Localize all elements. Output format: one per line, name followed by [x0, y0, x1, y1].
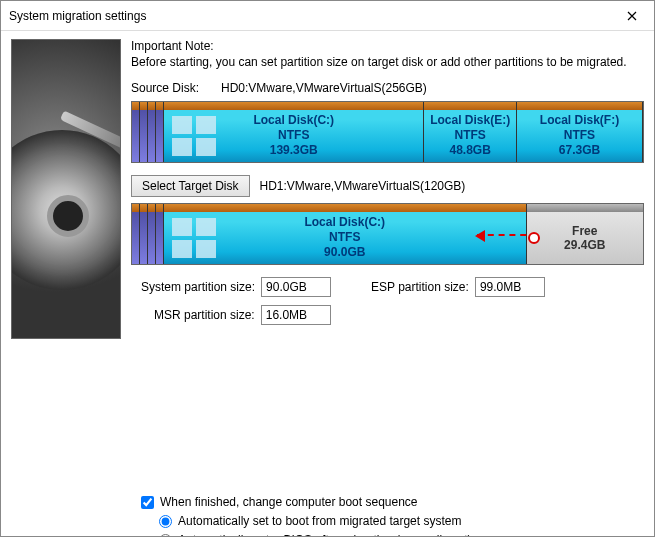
part-name: Local Disk(F:) [540, 113, 619, 127]
source-partition-e[interactable]: Local Disk(E:)NTFS48.8GB [424, 102, 516, 162]
close-button[interactable] [609, 1, 654, 31]
part-name: Local Disk(C:) [253, 113, 334, 127]
part-size: 67.3GB [559, 143, 600, 157]
select-target-disk-button[interactable]: Select Target Disk [131, 175, 250, 197]
source-hidden-partition [140, 102, 148, 162]
part-size: 48.8GB [450, 143, 491, 157]
free-label: Free [572, 224, 597, 238]
target-hidden-partition [140, 204, 148, 264]
part-size: 139.3GB [270, 143, 318, 157]
window-title: System migration settings [9, 9, 146, 23]
note-heading: Important Note: [131, 39, 644, 53]
msr-size-label: MSR partition size: [154, 308, 255, 322]
change-boot-sequence-checkbox[interactable] [141, 496, 154, 509]
part-fs: NTFS [455, 128, 486, 142]
esp-size-input[interactable] [475, 277, 545, 297]
note-body: Before starting, you can set partition s… [131, 55, 644, 71]
part-fs: NTFS [329, 230, 360, 244]
target-hidden-partition [132, 204, 140, 264]
target-free-space[interactable]: Free29.4GB [527, 204, 643, 264]
source-disk-strip: Local Disk(C:)NTFS139.3GB Local Disk(E:)… [131, 101, 644, 163]
free-size: 29.4GB [564, 238, 605, 252]
source-partition-f[interactable]: Local Disk(F:)NTFS67.3GB [517, 102, 643, 162]
part-size: 90.0GB [324, 245, 365, 259]
source-hidden-partition [148, 102, 156, 162]
target-hidden-partition [148, 204, 156, 264]
part-name: Local Disk(C:) [304, 215, 385, 229]
target-disk-strip: Local Disk(C:)NTFS90.0GB Free29.4GB [131, 203, 644, 265]
auto-boot-label: Automatically set to boot from migrated … [178, 514, 461, 528]
hero-disk-image: DISKGENIUS [11, 39, 121, 339]
title-bar: System migration settings [1, 1, 654, 31]
resize-arrow-icon[interactable] [477, 234, 537, 236]
change-boot-sequence-label: When finished, change computer boot sequ… [160, 495, 418, 509]
target-disk-value: HD1:VMware,VMwareVirtualS(120GB) [260, 179, 466, 193]
close-icon [627, 11, 637, 21]
source-partition-c[interactable]: Local Disk(C:)NTFS139.3GB [164, 102, 424, 162]
part-fs: NTFS [278, 128, 309, 142]
system-size-input[interactable] [261, 277, 331, 297]
source-disk-label: Source Disk: [131, 81, 211, 95]
enter-bios-radio[interactable] [159, 534, 172, 538]
system-size-label: System partition size: [141, 280, 255, 294]
source-disk-value: HD0:VMware,VMwareVirtualS(256GB) [221, 81, 427, 95]
esp-size-label: ESP partition size: [371, 280, 469, 294]
source-hidden-partition [132, 102, 140, 162]
auto-boot-radio[interactable] [159, 515, 172, 528]
part-fs: NTFS [564, 128, 595, 142]
enter-bios-label: Automatically enter BIOS after rebooting… [178, 533, 471, 537]
source-hidden-partition [156, 102, 164, 162]
msr-size-input[interactable] [261, 305, 331, 325]
part-name: Local Disk(E:) [430, 113, 510, 127]
target-hidden-partition [156, 204, 164, 264]
